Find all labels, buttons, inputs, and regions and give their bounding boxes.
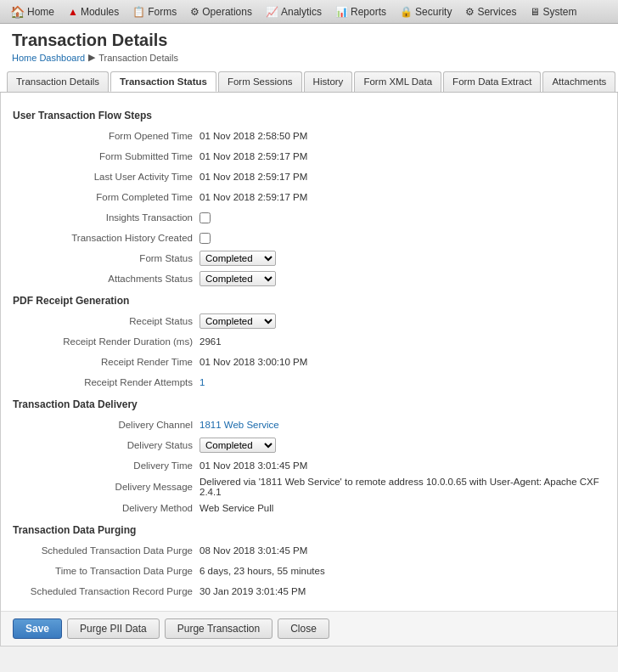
- row-delivery-time: Delivery Time 01 Nov 2018 3:01:45 PM: [13, 456, 605, 475]
- form-status-select[interactable]: Completed Pending Failed: [199, 251, 276, 266]
- insights-transaction-checkbox[interactable]: [199, 212, 211, 223]
- tab-transaction-details[interactable]: Transaction Details: [7, 71, 109, 92]
- form-submitted-time-value: 01 Nov 2018 2:59:17 PM: [199, 151, 307, 161]
- row-transaction-history-created: Transaction History Created: [13, 229, 605, 247]
- nav-home[interactable]: 🏠 Home: [3, 3, 61, 20]
- row-delivery-status: Delivery Status Completed Pending Failed: [13, 436, 605, 455]
- nav-analytics[interactable]: 📈 Analytics: [259, 4, 329, 20]
- receipt-render-time-value: 01 Nov 2018 3:00:10 PM: [199, 357, 307, 367]
- save-button[interactable]: Save: [13, 618, 62, 639]
- page-title: Transaction Details: [12, 31, 606, 50]
- main-content: User Transaction Flow Steps Form Opened …: [1, 93, 617, 611]
- top-navigation: 🏠 Home ▲ Modules 📋 Forms ⚙ Operations 📈 …: [0, 0, 618, 24]
- scheduled-record-purge-value: 30 Jan 2019 3:01:45 PM: [199, 586, 306, 596]
- row-scheduled-record-purge: Scheduled Transaction Record Purge 30 Ja…: [13, 582, 605, 601]
- row-delivery-channel: Delivery Channel 1811 Web Service: [13, 415, 605, 434]
- row-form-opened-time: Form Opened Time 01 Nov 2018 2:58:50 PM: [13, 127, 605, 145]
- purge-transaction-button[interactable]: Purge Transaction: [165, 618, 272, 639]
- tab-form-data-extract[interactable]: Form Data Extract: [443, 71, 541, 92]
- transaction-history-created-checkbox[interactable]: [199, 233, 211, 244]
- row-receipt-render-attempts: Receipt Render Attempts 1: [13, 373, 605, 392]
- row-receipt-render-time: Receipt Render Time 01 Nov 2018 3:00:10 …: [13, 353, 605, 371]
- row-scheduled-data-purge: Scheduled Transaction Data Purge 08 Nov …: [13, 541, 605, 560]
- nav-reports[interactable]: 📊 Reports: [329, 4, 393, 20]
- nav-modules[interactable]: ▲ Modules: [61, 4, 126, 20]
- delivery-status-select[interactable]: Completed Pending Failed: [199, 438, 276, 453]
- receipt-status-select[interactable]: Completed Pending Failed: [199, 313, 276, 329]
- form-opened-time-value: 01 Nov 2018 2:58:50 PM: [199, 131, 307, 141]
- purge-pii-button[interactable]: Purge PII Data: [67, 618, 160, 639]
- row-delivery-method: Delivery Method Web Service Pull: [13, 499, 605, 517]
- row-attachments-status: Attachments Status Completed Pending Fai…: [13, 269, 605, 288]
- row-form-completed-time: Form Completed Time 01 Nov 2018 2:59:17 …: [13, 188, 605, 206]
- row-insights-transaction: Insights Transaction: [13, 208, 605, 227]
- content-area: User Transaction Flow Steps Form Opened …: [0, 93, 618, 647]
- row-receipt-status: Receipt Status Completed Pending Failed: [13, 312, 605, 330]
- receipt-render-duration-value: 2961: [199, 336, 222, 347]
- tab-transaction-status[interactable]: Transaction Status: [110, 71, 216, 92]
- tab-form-xml-data[interactable]: Form XML Data: [354, 71, 441, 92]
- button-bar: Save Purge PII Data Purge Transaction Cl…: [1, 611, 617, 646]
- row-delivery-message: Delivery Message Delivered via '1811 Web…: [13, 477, 605, 497]
- nav-services[interactable]: ⚙ Services: [458, 4, 523, 20]
- tab-bar: Transaction Details Transaction Status F…: [0, 66, 618, 93]
- tab-form-sessions[interactable]: Form Sessions: [218, 71, 302, 92]
- section-transaction-data-delivery: Transaction Data Delivery: [13, 397, 605, 412]
- row-receipt-render-duration: Receipt Render Duration (ms) 2961: [13, 332, 605, 351]
- section-user-transaction-flow: User Transaction Flow Steps: [13, 108, 605, 123]
- delivery-time-value: 01 Nov 2018 3:01:45 PM: [199, 460, 307, 471]
- last-user-activity-value: 01 Nov 2018 2:59:17 PM: [199, 172, 307, 182]
- receipt-render-attempts-value: 1: [199, 377, 205, 387]
- row-last-user-activity: Last User Activity Time 01 Nov 2018 2:59…: [13, 167, 605, 186]
- row-form-submitted-time: Form Submitted Time 01 Nov 2018 2:59:17 …: [13, 147, 605, 166]
- attachments-status-select[interactable]: Completed Pending Failed: [199, 271, 276, 286]
- row-form-status: Form Status Completed Pending Failed: [13, 249, 605, 268]
- section-pdf-receipt: PDF Receipt Generation: [13, 293, 605, 308]
- delivery-method-value: Web Service Pull: [199, 503, 273, 513]
- breadcrumb: Home Dashboard ▶ Transaction Details: [12, 52, 606, 63]
- close-button[interactable]: Close: [278, 618, 329, 639]
- tab-history[interactable]: History: [304, 71, 353, 92]
- delivery-message-value: Delivered via '1811 Web Service' to remo…: [199, 477, 605, 497]
- nav-system[interactable]: 🖥 System: [523, 4, 583, 20]
- row-time-to-data-purge: Time to Transaction Data Purge 6 days, 2…: [13, 562, 605, 580]
- time-to-data-purge-value: 6 days, 23 hours, 55 minutes: [199, 566, 325, 576]
- nav-operations[interactable]: ⚙ Operations: [183, 4, 259, 20]
- tab-attachments[interactable]: Attachments: [542, 71, 615, 92]
- breadcrumb-home[interactable]: Home Dashboard: [12, 53, 85, 63]
- breadcrumb-arrow: ▶: [88, 52, 95, 63]
- page-header: Transaction Details Home Dashboard ▶ Tra…: [0, 24, 618, 66]
- breadcrumb-current: Transaction Details: [98, 53, 178, 63]
- nav-security[interactable]: 🔒 Security: [393, 4, 458, 20]
- nav-forms[interactable]: 📋 Forms: [126, 4, 183, 20]
- delivery-channel-value[interactable]: 1811 Web Service: [199, 420, 279, 430]
- section-transaction-data-purging: Transaction Data Purging: [13, 522, 605, 538]
- scheduled-data-purge-value: 08 Nov 2018 3:01:45 PM: [199, 545, 307, 556]
- form-completed-time-value: 01 Nov 2018 2:59:17 PM: [199, 192, 307, 202]
